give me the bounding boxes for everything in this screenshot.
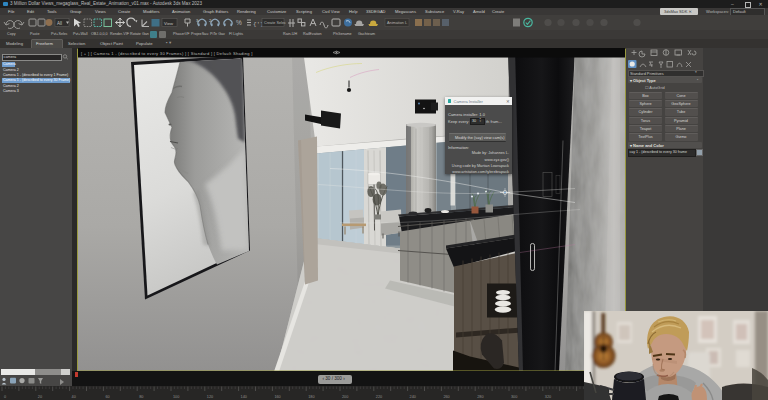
- svg-text:80: 80: [139, 395, 143, 399]
- svg-text:320: 320: [545, 395, 551, 399]
- svg-text:[ + ] [ Camera 1 - (described: [ + ] [ Camera 1 - (described to every 3…: [81, 50, 253, 55]
- svg-text:%: %: [236, 19, 242, 26]
- svg-text:260: 260: [443, 395, 449, 399]
- svg-text:160: 160: [274, 395, 280, 399]
- svg-text:100: 100: [173, 395, 179, 399]
- svg-text:200: 200: [342, 395, 348, 399]
- svg-text:140: 140: [241, 395, 247, 399]
- svg-text:120: 120: [207, 395, 213, 399]
- svg-text:280: 280: [477, 395, 483, 399]
- svg-text:20: 20: [38, 395, 42, 399]
- svg-text:View: View: [164, 21, 174, 26]
- svg-text:300: 300: [511, 395, 517, 399]
- svg-text:240: 240: [410, 395, 416, 399]
- svg-text:60: 60: [105, 395, 109, 399]
- svg-text:220: 220: [376, 395, 382, 399]
- svg-text:All: All: [57, 21, 62, 26]
- svg-text:0: 0: [4, 395, 6, 399]
- svg-text:Create Selec: Create Selec: [264, 21, 286, 25]
- svg-text:40: 40: [72, 395, 76, 399]
- svg-text:Animation L: Animation L: [387, 21, 407, 25]
- svg-text:180: 180: [308, 395, 314, 399]
